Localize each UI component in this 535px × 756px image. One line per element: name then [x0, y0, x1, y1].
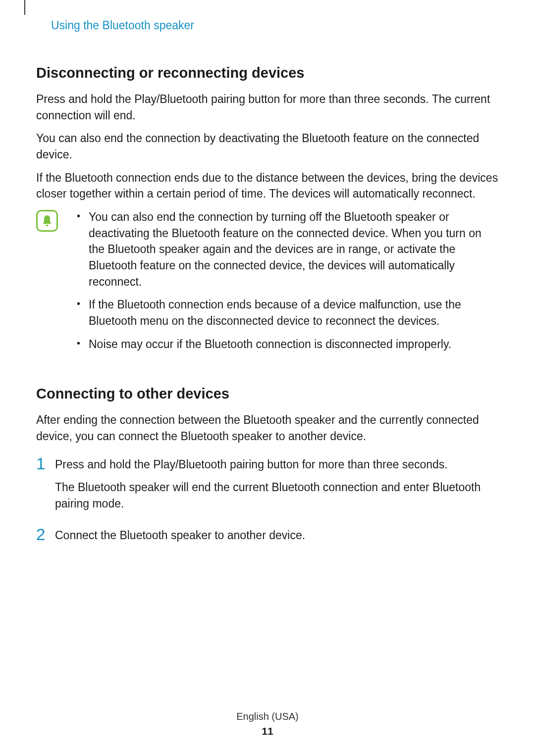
- footer-language: English (USA): [0, 711, 535, 722]
- note-item: If the Bluetooth connection ends because…: [74, 297, 499, 329]
- step-content: Press and hold the Play/Bluetooth pairin…: [55, 456, 499, 519]
- document-page: Using the Bluetooth speaker Disconnectin…: [0, 0, 535, 551]
- header-rule-mark: [24, 0, 25, 15]
- note-bell-icon: [36, 210, 58, 232]
- footer-page-number: 11: [0, 725, 535, 737]
- note-block: You can also end the connection by turni…: [36, 209, 499, 359]
- step-content: Connect the Bluetooth speaker to another…: [55, 527, 499, 551]
- page-footer: English (USA) 11: [0, 711, 535, 737]
- step-item: 1 Press and hold the Play/Bluetooth pair…: [36, 456, 499, 519]
- heading-disconnecting: Disconnecting or reconnecting devices: [36, 65, 499, 81]
- note-item: Noise may occur if the Bluetooth connect…: [74, 336, 499, 353]
- paragraph: You can also end the connection by deact…: [36, 130, 499, 162]
- heading-connecting-other: Connecting to other devices: [36, 386, 499, 402]
- note-item: You can also end the connection by turni…: [74, 209, 499, 290]
- step-text: Connect the Bluetooth speaker to another…: [55, 527, 499, 544]
- paragraph: After ending the connection between the …: [36, 412, 499, 444]
- step-number: 2: [36, 526, 55, 543]
- step-text: The Bluetooth speaker will end the curre…: [55, 479, 499, 511]
- running-header: Using the Bluetooth speaker: [51, 19, 499, 32]
- paragraph: If the Bluetooth connection ends due to …: [36, 170, 499, 202]
- note-list: You can also end the connection by turni…: [64, 209, 499, 359]
- step-number: 1: [36, 455, 55, 472]
- step-text: Press and hold the Play/Bluetooth pairin…: [55, 456, 499, 473]
- paragraph: Press and hold the Play/Bluetooth pairin…: [36, 91, 499, 123]
- step-item: 2 Connect the Bluetooth speaker to anoth…: [36, 527, 499, 551]
